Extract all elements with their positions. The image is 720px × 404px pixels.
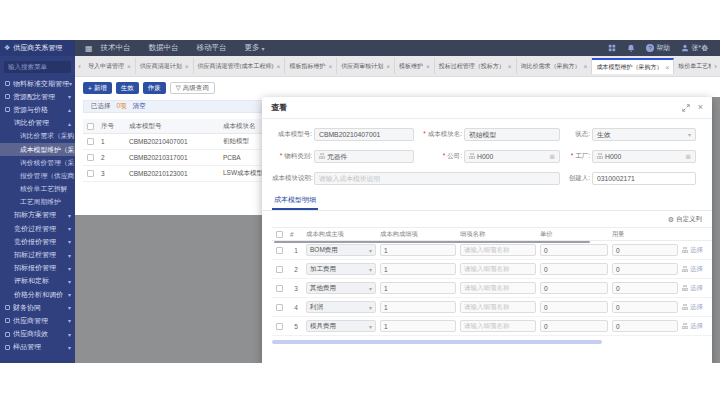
horizontal-scrollbar-thumb[interactable] — [272, 340, 602, 344]
tab-cost-model-detail[interactable]: 成本模型明细 — [272, 193, 318, 210]
sub-item-input[interactable]: 1 — [380, 263, 456, 275]
sidebar-item[interactable]: 价格分析和调价▾ — [0, 288, 75, 301]
user-menu[interactable]: 张*春 — [681, 43, 708, 53]
item-name-input[interactable]: 请输入细项名称 — [460, 320, 536, 332]
sidebar-item[interactable]: 货源与价格▴ — [0, 103, 75, 116]
apps-icon[interactable] — [608, 44, 616, 52]
sidebar-item[interactable]: 货源配比管理▾ — [0, 90, 75, 103]
top-nav-item[interactable]: 数据中台 — [149, 43, 179, 53]
sub-item-input[interactable]: 1 — [380, 244, 456, 256]
tab-item[interactable]: 导入申请管理× — [84, 58, 136, 74]
main-item-select[interactable]: 其他费用▾ — [306, 282, 376, 294]
row-checkbox[interactable] — [276, 323, 283, 330]
sidebar-item[interactable]: 物料标准交期管理▾ — [0, 77, 75, 90]
top-nav-item[interactable]: 更多▾ — [245, 43, 265, 53]
item-name-input[interactable]: 请输入细项名称 — [460, 301, 536, 313]
sidebar-item[interactable]: 竞价报价管理▾ — [0, 235, 75, 248]
customize-columns-button[interactable]: ⚙ 自定义列 — [262, 211, 712, 227]
advanced-query-button[interactable]: ▽ 高级查询 — [170, 82, 215, 94]
tab-close-icon[interactable]: × — [426, 63, 430, 70]
tab-close-icon[interactable]: × — [508, 63, 512, 70]
usage-input[interactable]: 0 — [612, 244, 678, 256]
tab-close-icon[interactable]: × — [584, 63, 588, 70]
usage-input[interactable]: 0 — [612, 320, 678, 332]
tab-close-icon[interactable]: × — [127, 63, 131, 70]
tab-item[interactable]: 投标过程管理（投标方）× — [435, 58, 517, 74]
sidebar-item[interactable]: 评标和定标▾ — [0, 275, 75, 288]
main-item-select[interactable]: BOM费用▾ — [306, 244, 376, 256]
module-name-field[interactable]: 初始模型 — [464, 128, 560, 141]
void-button[interactable]: 作废 — [143, 82, 166, 94]
unit-price-input[interactable]: 0 — [540, 282, 608, 294]
clear-selection-link[interactable]: 清空 — [133, 102, 146, 111]
select-material-button[interactable]: 品选择 — [682, 303, 712, 312]
tab-item[interactable]: 供应商清退计划× — [136, 58, 194, 74]
select-material-button[interactable]: 品选择 — [682, 284, 712, 293]
tabs-scroll-right-icon[interactable]: › — [711, 62, 720, 71]
usage-input[interactable]: 0 — [612, 301, 678, 313]
model-no-field[interactable]: CBMB20210407001 — [314, 128, 414, 141]
select-all-checkbox[interactable] — [87, 123, 94, 130]
sidebar-item[interactable]: 样品管理▾ — [0, 341, 75, 354]
sidebar-item[interactable]: 报价管理（供应商... — [0, 169, 75, 182]
add-button[interactable]: + 新增 — [83, 82, 112, 94]
tab-close-icon[interactable]: × — [328, 63, 332, 70]
row-checkbox[interactable] — [87, 154, 94, 161]
sidebar-item[interactable]: 核价单工艺拆解 — [0, 183, 75, 196]
tab-close-icon[interactable]: × — [185, 63, 189, 70]
sidebar-item[interactable]: 询价核价管理（采... — [0, 156, 75, 169]
fullscreen-icon[interactable] — [682, 104, 690, 112]
tab-item[interactable]: 核价单工艺核算× — [674, 58, 711, 74]
row-checkbox[interactable] — [276, 285, 283, 292]
header-scrollbar[interactable] — [274, 241, 590, 243]
help-button[interactable]: ? 帮助 — [646, 43, 670, 53]
tab-item[interactable]: 供应商审核计划× — [337, 58, 395, 74]
unit-price-input[interactable]: 0 — [540, 244, 608, 256]
tab-item[interactable]: 供应商清退管理(成本工程师)× — [194, 58, 286, 74]
sidebar-item[interactable]: 招标过程管理▾ — [0, 248, 75, 261]
sub-item-input[interactable]: 1 — [380, 282, 456, 294]
item-name-input[interactable]: 请输入细项名称 — [460, 282, 536, 294]
tab-item[interactable]: 模板指标维护× — [285, 58, 337, 74]
item-name-input[interactable]: 请输入细项名称 — [460, 263, 536, 275]
row-checkbox[interactable] — [87, 138, 94, 145]
tabs-scroll-left-icon[interactable]: ‹ — [75, 62, 84, 71]
row-checkbox[interactable] — [87, 170, 94, 177]
detail-table-row[interactable]: 5模具费用▾1请输入细项名称00品选择 — [272, 317, 712, 336]
activate-button[interactable]: 生效 — [116, 82, 139, 94]
main-item-select[interactable]: 加工费用▾ — [306, 263, 376, 275]
sub-item-input[interactable]: 1 — [380, 301, 456, 313]
unit-price-input[interactable]: 0 — [540, 320, 608, 332]
usage-input[interactable]: 0 — [612, 263, 678, 275]
apps-grid-icon[interactable]: ▦ — [85, 44, 93, 53]
row-checkbox[interactable] — [276, 304, 283, 311]
detail-table-row[interactable]: 1BOM费用▾1请输入细项名称00品选择 — [272, 241, 712, 260]
sidebar-item[interactable]: 工艺周期维护 — [0, 196, 75, 209]
bell-icon[interactable] — [627, 44, 635, 52]
tab-close-icon[interactable]: × — [277, 63, 281, 70]
detail-table-row[interactable]: 4利润▾1请输入细项名称00品选择 — [272, 298, 712, 317]
sidebar-item[interactable]: 竞价过程管理▾ — [0, 222, 75, 235]
sidebar-item[interactable]: 供应商管理▾ — [0, 314, 75, 327]
sidebar-item[interactable]: 询比价管理▴ — [0, 117, 75, 130]
main-item-select[interactable]: 利润▾ — [306, 301, 376, 313]
clear-icon[interactable]: ⊗ — [685, 153, 691, 161]
status-select[interactable]: 生效▾ — [592, 128, 696, 141]
creator-field[interactable]: 0310002171 — [592, 172, 696, 185]
select-material-button[interactable]: 品选择 — [682, 265, 712, 274]
row-checkbox[interactable] — [276, 247, 283, 254]
sidebar-item[interactable]: 招标报价管理▾ — [0, 262, 75, 275]
unit-price-input[interactable]: 0 — [540, 301, 608, 313]
select-material-button[interactable]: 品选择 — [682, 246, 712, 255]
unit-price-input[interactable]: 0 — [540, 263, 608, 275]
close-icon[interactable]: × — [698, 103, 703, 112]
top-nav-item[interactable]: 技术中台 — [101, 43, 131, 53]
select-all-checkbox[interactable] — [276, 231, 283, 238]
tab-close-icon[interactable]: × — [386, 63, 390, 70]
detail-table-row[interactable]: 3其他费用▾1请输入细项名称00品选择 — [272, 279, 712, 298]
sidebar-search-input[interactable]: 输入搜索菜单 — [4, 61, 71, 73]
item-name-input[interactable]: 请输入细项名称 — [460, 244, 536, 256]
tab-close-icon[interactable]: × — [665, 64, 669, 71]
description-field[interactable]: 请输入成本模块说明 — [314, 172, 560, 185]
clear-icon[interactable]: ⊗ — [549, 153, 555, 161]
